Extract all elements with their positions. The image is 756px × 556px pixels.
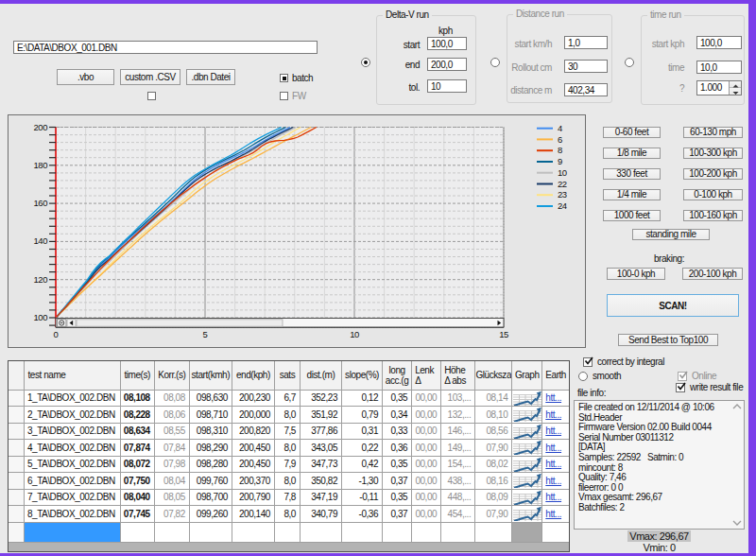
svg-text:140: 140 — [33, 235, 47, 246]
svg-text:120: 120 — [33, 274, 47, 285]
svg-text:24: 24 — [558, 200, 567, 211]
svg-text:23: 23 — [558, 189, 567, 200]
svg-text:5: 5 — [203, 329, 208, 339]
svg-text:200: 200 — [33, 122, 47, 132]
svg-text:22: 22 — [558, 179, 567, 189]
svg-text:160: 160 — [33, 198, 47, 208]
svg-text:0: 0 — [54, 329, 59, 339]
svg-text:10: 10 — [350, 329, 359, 339]
svg-text:100: 100 — [33, 312, 47, 322]
svg-text:8: 8 — [558, 145, 562, 155]
svg-text:9: 9 — [558, 156, 562, 166]
svg-text:15: 15 — [499, 329, 508, 339]
svg-text:4: 4 — [558, 123, 562, 133]
svg-text:180: 180 — [33, 160, 47, 170]
svg-text:10: 10 — [558, 167, 567, 178]
svg-text:6: 6 — [558, 134, 562, 145]
